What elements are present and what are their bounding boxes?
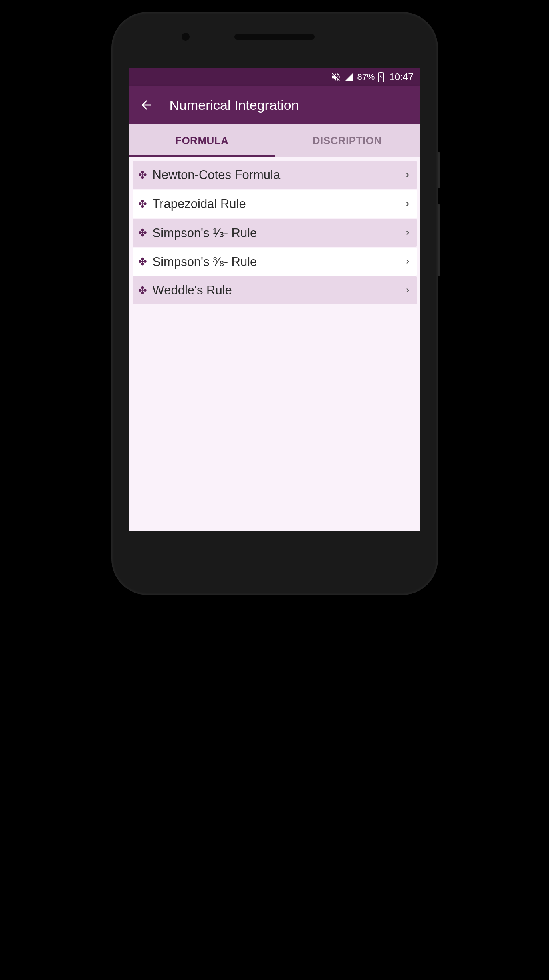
bullet-icon: ✤ xyxy=(138,256,147,268)
chevron-right-icon xyxy=(404,200,411,208)
chevron-right-icon xyxy=(404,229,411,236)
chevron-right-icon xyxy=(404,171,411,179)
clock: 10:47 xyxy=(389,71,413,83)
formula-list: ✤ Newton-Cotes Formula ✤ Trapezoidal Rul… xyxy=(129,157,420,304)
back-button[interactable] xyxy=(139,98,153,112)
app-bar: Numerical Integration xyxy=(129,86,420,124)
tab-formula[interactable]: FORMULA xyxy=(129,124,275,157)
svg-rect-1 xyxy=(380,72,382,73)
tab-bar: FORMULA DISCRIPTION xyxy=(129,124,420,157)
list-item[interactable]: ✤ Trapezoidal Rule xyxy=(133,190,417,218)
tab-description[interactable]: DISCRIPTION xyxy=(274,124,420,157)
list-item[interactable]: ✤ Weddle's Rule xyxy=(133,276,417,304)
status-bar: 87% 10:47 xyxy=(129,68,420,86)
phone-side-button xyxy=(438,204,440,276)
list-item-label: Simpson's ³⁄₈- Rule xyxy=(153,254,404,269)
phone-side-button xyxy=(438,152,440,188)
signal-icon xyxy=(344,72,354,82)
page-title: Numerical Integration xyxy=(170,97,299,113)
battery-charging-icon xyxy=(378,72,384,82)
list-item-label: Newton-Cotes Formula xyxy=(153,168,404,182)
tab-indicator xyxy=(129,155,275,157)
list-item-label: Weddle's Rule xyxy=(153,283,404,298)
list-item-label: Trapezoidal Rule xyxy=(153,197,404,211)
bullet-icon: ✤ xyxy=(138,198,147,210)
bullet-icon: ✤ xyxy=(138,284,147,297)
battery-percentage: 87% xyxy=(357,72,375,82)
chevron-right-icon xyxy=(404,287,411,294)
screen: 87% 10:47 Numerical Integration xyxy=(129,68,420,531)
status-icons: 87% 10:47 xyxy=(331,71,413,83)
list-item[interactable]: ✤ Simpson's ³⁄₈- Rule xyxy=(133,248,417,276)
list-item-label: Simpson's ¹⁄₃- Rule xyxy=(153,226,404,240)
bullet-icon: ✤ xyxy=(138,169,147,181)
bullet-icon: ✤ xyxy=(138,227,147,239)
list-item[interactable]: ✤ Newton-Cotes Formula xyxy=(133,161,417,189)
list-item[interactable]: ✤ Simpson's ¹⁄₃- Rule xyxy=(133,219,417,247)
vibrate-icon xyxy=(331,72,341,82)
chevron-right-icon xyxy=(404,258,411,265)
phone-frame: 87% 10:47 Numerical Integration xyxy=(111,12,438,595)
